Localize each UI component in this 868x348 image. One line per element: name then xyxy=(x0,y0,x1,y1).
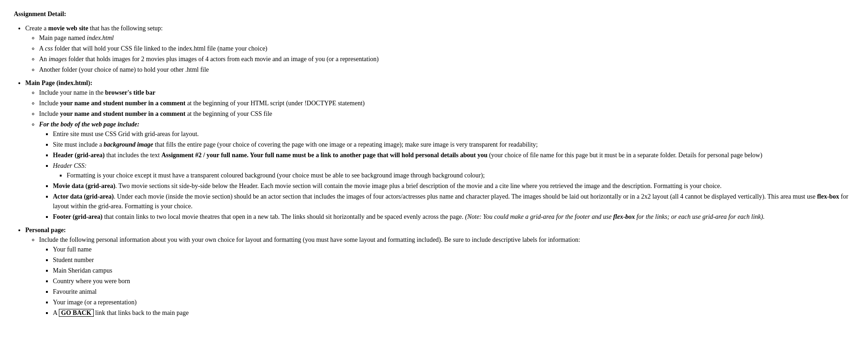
bold-text-3: Personal page: xyxy=(25,227,66,234)
sub-item-3-1-7: A GO BACK link that links back to the ma… xyxy=(53,308,854,318)
italic-text: index.html xyxy=(87,34,114,41)
page-title: Assignment Detail: xyxy=(14,9,854,19)
sub-item-3-1-2: Student number xyxy=(53,255,854,265)
sub-item-3-1-5: Favourite animal xyxy=(53,287,854,297)
sub-list-2: Include your name in the browser's title… xyxy=(39,88,854,222)
bold-text: Movie data (grid-area) xyxy=(53,183,115,189)
sub-item-1-2: A css folder that will hold your CSS fil… xyxy=(39,44,854,53)
bold-text: Actor data (grid-area) xyxy=(53,193,114,200)
sub-item-3-1-6: Your image (or a representation) xyxy=(53,297,854,307)
bold-text-2: Main Page (index.html): xyxy=(25,80,92,86)
sub-item-2-4: For the body of the web page include: En… xyxy=(39,120,854,222)
bold-text: background image xyxy=(103,141,153,148)
sub-item-2-4-6: Actor data (grid-area). Under each movie… xyxy=(53,192,854,211)
bold-text: flex-box xyxy=(817,193,839,200)
italic-text: css xyxy=(45,45,53,52)
main-list: Create a movie web site that has the fol… xyxy=(25,23,854,318)
sub-list-3: Include the following personal informati… xyxy=(39,235,854,318)
sub-item-2-2: Include your name and student number in … xyxy=(39,98,854,108)
sub-item-3-1-1: Your full name xyxy=(53,245,854,254)
sub-item-1-3: An images folder that holds images for 2… xyxy=(39,54,854,64)
sub-item-1-4: Another folder (your choice of name) to … xyxy=(39,65,854,74)
bold-text: movie web site xyxy=(48,25,88,32)
sub-item-2-4-5: Movie data (grid-area). Two movie sectio… xyxy=(53,181,854,191)
sub-item-2-1: Include your name in the browser's title… xyxy=(39,88,854,97)
sub-item-2-4-7: Footer (grid-area) that contain links to… xyxy=(53,212,854,222)
list-item-3: Personal page: Include the following per… xyxy=(25,225,854,318)
sub-item-1-1: Main page named index.html xyxy=(39,33,854,43)
sub-item-2-4-4: Header CSS: Formatting is your choice ex… xyxy=(53,161,854,180)
sub-item-2-4-1: Entire site must use CSS Grid with grid-… xyxy=(53,129,854,139)
bold-text: GO BACK xyxy=(61,309,91,316)
bold-text: Footer (grid-area) xyxy=(53,213,103,220)
sub-item-3-1-4: Country where you were born xyxy=(53,276,854,286)
sub-list-1: Main page named index.html A css folder … xyxy=(39,33,854,74)
sub-list-2-4-4: Formatting is your choice except it must… xyxy=(67,171,854,180)
sub-list-3-1: Your full name Student number Main Sheri… xyxy=(53,245,854,318)
sub-item-2-3: Include your name and student number in … xyxy=(39,109,854,119)
sub-item-3-1: Include the following personal informati… xyxy=(39,235,854,318)
list-item-2: Main Page (index.html): Include your nam… xyxy=(25,78,854,222)
italic-text: Header CSS: xyxy=(53,162,87,169)
italic-text: background image xyxy=(103,141,153,148)
go-back-box: GO BACK xyxy=(59,309,94,317)
italic-text: (Note: You could make a grid-area for th… xyxy=(465,213,765,220)
bold-text: Header (grid-area) xyxy=(53,152,105,159)
page-container: Assignment Detail: Create a movie web si… xyxy=(14,9,854,318)
sub-item-2-4-3: Header (grid-area) that includes the tex… xyxy=(53,150,854,160)
sub-item-2-4-2: Site must include a background image tha… xyxy=(53,140,854,149)
sub-item-2-4-4-1: Formatting is your choice except it must… xyxy=(67,171,854,180)
bold-text: browser's title bar xyxy=(105,89,155,96)
italic-text: For the body of the web page include: xyxy=(39,121,139,128)
list-item-1: Create a movie web site that has the fol… xyxy=(25,23,854,74)
bold-text: Assignment #2 / your full name. Your ful… xyxy=(161,152,487,159)
sub-list-2-4: Entire site must use CSS Grid with grid-… xyxy=(53,129,854,222)
sub-item-3-1-3: Main Sheridan campus xyxy=(53,266,854,275)
italic-text: images xyxy=(49,56,67,63)
bold-text: your name and student number in a commen… xyxy=(60,110,185,117)
bold-text: your name and student number in a commen… xyxy=(60,100,185,107)
bold-italic-text: For the body of the web page include: xyxy=(39,121,139,128)
bold-italic-text: flex-box xyxy=(613,213,635,220)
